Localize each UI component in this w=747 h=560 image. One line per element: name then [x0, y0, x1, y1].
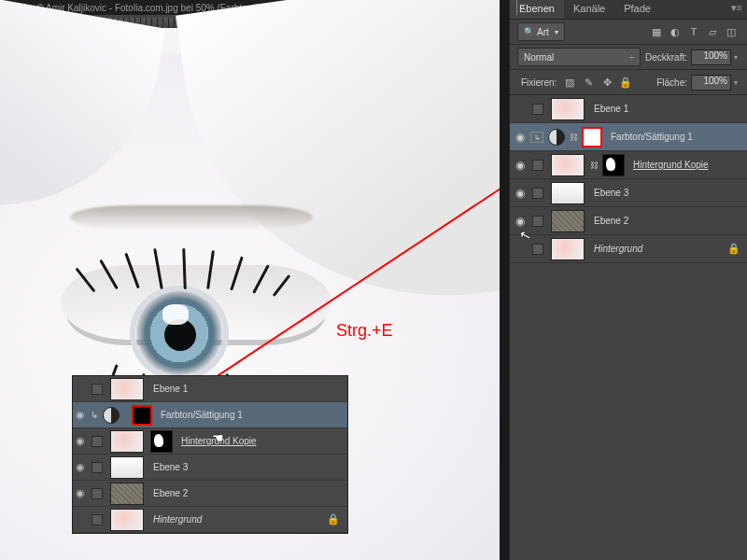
- visibility-toggle[interactable]: ◉: [512, 187, 529, 200]
- layer-thumbnail[interactable]: [110, 378, 144, 400]
- layer-lock-slot[interactable]: [532, 104, 543, 115]
- layer-name: Farbton/Sättigung 1: [161, 410, 243, 420]
- visibility-icon[interactable]: ◉: [73, 409, 88, 421]
- layer-name: Hintergrund Kopie: [633, 160, 709, 170]
- layer-name: Ebene 1: [594, 104, 628, 114]
- lock-all-icon[interactable]: 🔒: [619, 76, 632, 89]
- layer-name: Hintergrund: [594, 244, 642, 254]
- clip-indicator-icon: ↳: [91, 410, 98, 420]
- blend-row: Normal ÷ Deckkraft: 100% ▾: [510, 45, 747, 70]
- layer-thumbnail[interactable]: [110, 456, 144, 479]
- visibility-toggle[interactable]: ◉: [512, 131, 529, 144]
- layer-mask-thumbnail[interactable]: [602, 154, 625, 176]
- overlay-layer-row[interactable]: Hintergrund 🔒: [73, 507, 347, 533]
- overlay-layer-row[interactable]: ◉ Hintergrund Kopie: [73, 428, 347, 455]
- lock-paint-icon[interactable]: ✎: [582, 76, 595, 89]
- panel-tabs: Ebenen Kanäle Pfade ▾≡: [510, 0, 747, 20]
- lock-transparent-icon[interactable]: ▨: [563, 76, 576, 89]
- layer-thumbnail[interactable]: [551, 154, 585, 176]
- layer-select-checkbox[interactable]: [92, 514, 103, 525]
- tab-divider: [516, 0, 517, 15]
- image-filter-icon[interactable]: ▦: [650, 25, 663, 38]
- mask-filter-icon[interactable]: ◐: [669, 25, 682, 38]
- layer-row[interactable]: Hintergrund 🔒: [510, 235, 747, 263]
- layer-thumbnail[interactable]: [551, 210, 585, 232]
- layer-lock-slot[interactable]: [532, 244, 543, 255]
- layer-mask-thumbnail[interactable]: [582, 127, 602, 147]
- chevron-down-icon[interactable]: ▾: [731, 78, 740, 87]
- eyebrow: [70, 205, 313, 230]
- panel-gap: [500, 0, 509, 560]
- layer-name: Ebene 2: [594, 216, 628, 226]
- link-icon[interactable]: ⛓: [568, 133, 579, 142]
- overlay-layers-panel: Ebene 1 ◉ ↳ Farbton/Sättigung 1 ☚ ◉ Hint…: [72, 375, 348, 534]
- layer-row[interactable]: Ebene 1: [510, 95, 747, 123]
- link-icon[interactable]: ⛓: [588, 161, 599, 170]
- layer-name: Ebene 3: [594, 188, 628, 198]
- visibility-toggle[interactable]: ◉: [512, 159, 529, 172]
- layer-mask-thumbnail[interactable]: [132, 405, 152, 426]
- panel-menu-icon[interactable]: ▾≡: [726, 0, 747, 19]
- overlay-layer-row[interactable]: ◉ ↳ Farbton/Sättigung 1 ☚: [73, 402, 347, 428]
- layer-thumbnail[interactable]: [110, 483, 144, 505]
- layer-lock-slot[interactable]: [532, 160, 543, 171]
- layer-row[interactable]: ◉ Ebene 3: [510, 179, 747, 207]
- adjustment-icon[interactable]: [103, 407, 120, 424]
- layer-row[interactable]: ◉ ↳ ⛓ Farbton/Sättigung 1: [510, 123, 747, 151]
- visibility-icon[interactable]: ◉: [73, 435, 88, 447]
- lock-row: Fixieren: ▨ ✎ ✥ 🔒 Fläche: 100% ▾: [510, 70, 747, 95]
- layer-select-checkbox[interactable]: [92, 462, 103, 473]
- opacity-label: Deckkraft:: [645, 52, 687, 63]
- tab-close-icon[interactable]: ×: [520, 2, 526, 12]
- filter-label: Art: [537, 27, 549, 37]
- tab-layers[interactable]: Ebenen: [510, 0, 564, 19]
- tab-paths[interactable]: Pfade: [614, 0, 660, 19]
- fill-input[interactable]: 100%: [691, 75, 731, 91]
- layers-panel: Ebenen Kanäle Pfade ▾≡ 🔍 Art ▾ ▦ ◐ T ▱ ◫…: [509, 0, 747, 560]
- layer-thumbnail[interactable]: [551, 238, 585, 260]
- opacity-input[interactable]: 100%: [691, 49, 731, 65]
- adjustment-icon[interactable]: [548, 129, 565, 146]
- filter-type-dropdown[interactable]: 🔍 Art ▾: [517, 22, 565, 41]
- visibility-icon[interactable]: ◉: [73, 461, 88, 473]
- blend-mode-value: Normal: [524, 52, 554, 63]
- lock-position-icon[interactable]: ✥: [600, 76, 613, 89]
- layer-thumbnail[interactable]: [551, 182, 585, 204]
- smart-filter-icon[interactable]: ◫: [725, 25, 738, 38]
- overlay-layer-row[interactable]: ◉ Ebene 2: [73, 481, 347, 507]
- visibility-toggle[interactable]: ◉: [512, 215, 529, 228]
- layer-name: Hintergrund Kopie: [181, 436, 257, 446]
- layer-mask-thumbnail[interactable]: [150, 430, 173, 453]
- layer-row[interactable]: ◉ ⛓ Hintergrund Kopie: [510, 151, 747, 179]
- overlay-layer-row[interactable]: ◉ Ebene 3: [73, 455, 347, 481]
- chevron-down-icon: ▾: [555, 28, 558, 36]
- layer-lock-slot[interactable]: [532, 188, 543, 199]
- layer-thumbnail[interactable]: [110, 430, 144, 453]
- layer-name: Farbton/Sättigung 1: [611, 132, 693, 142]
- layer-thumbnail[interactable]: [551, 98, 585, 120]
- layer-thumbnail[interactable]: [110, 509, 144, 531]
- fill-label: Fläche:: [656, 77, 687, 88]
- type-filter-icon[interactable]: T: [687, 25, 700, 38]
- layer-select-checkbox[interactable]: [92, 384, 103, 395]
- layer-name: Ebene 1: [153, 384, 188, 394]
- layer-lock-slot[interactable]: [532, 216, 543, 227]
- filter-row: 🔍 Art ▾ ▦ ◐ T ▱ ◫: [510, 20, 747, 45]
- overlay-layer-row[interactable]: Ebene 1: [73, 376, 347, 402]
- tab-channels[interactable]: Kanäle: [564, 0, 614, 19]
- eye-highlight: [162, 304, 189, 325]
- visibility-icon[interactable]: ◉: [73, 487, 88, 499]
- layer-name: Hintergrund: [153, 514, 202, 525]
- shape-filter-icon[interactable]: ▱: [706, 25, 719, 38]
- lock-icon: 🔒: [327, 513, 340, 525]
- clip-indicator-icon: ↳: [530, 132, 543, 143]
- layer-name: Ebene 2: [153, 488, 188, 498]
- layer-select-checkbox[interactable]: [92, 436, 103, 447]
- layer-select-checkbox[interactable]: [92, 488, 103, 499]
- layer-name: Ebene 3: [153, 462, 188, 472]
- lock-icon: 🔒: [727, 243, 740, 255]
- blend-mode-dropdown[interactable]: Normal ÷: [517, 48, 641, 66]
- layer-row[interactable]: ◉ Ebene 2: [510, 207, 747, 235]
- chevron-down-icon[interactable]: ▾: [731, 53, 740, 62]
- lock-label: Fixieren:: [521, 77, 557, 88]
